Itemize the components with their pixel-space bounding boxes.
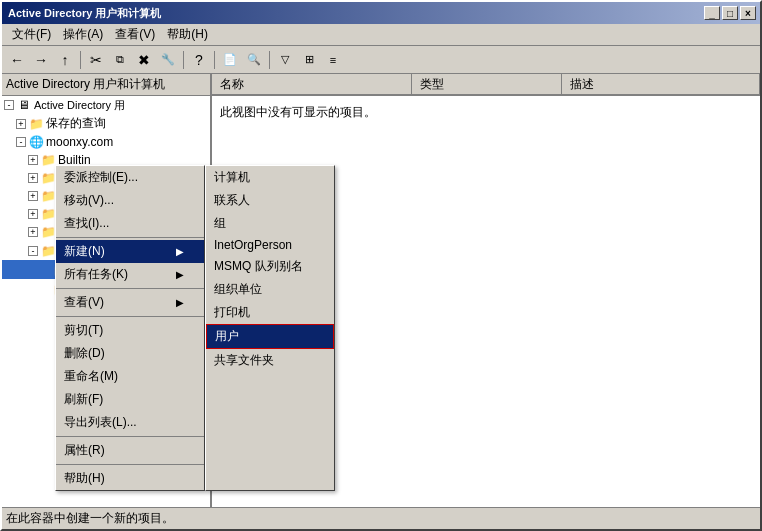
prop-button[interactable]: 🔧 [157, 49, 179, 71]
context-menu[interactable]: 委派控制(E)... 移动(V)... 查找(I)... 新建(N) ▶ 所有任… [55, 165, 205, 491]
new-button[interactable]: 📄 [219, 49, 241, 71]
ctx-delete[interactable]: 删除(D) [56, 342, 204, 365]
sub-msmq[interactable]: MSMQ 队列别名 [206, 255, 334, 278]
ctx-alltasks-arrow: ▶ [176, 269, 184, 280]
up-button[interactable]: ↑ [54, 49, 76, 71]
delete-button[interactable]: ✖ [133, 49, 155, 71]
ctx-view-label: 查看(V) [64, 294, 104, 311]
folder-icon-users: 📁 [40, 224, 56, 240]
back-button[interactable]: ← [6, 49, 28, 71]
find-button[interactable]: 🔍 [243, 49, 265, 71]
col-header-type[interactable]: 类型 [412, 74, 562, 94]
domain-icon: 🌐 [28, 134, 44, 150]
folder-icon-saved: 📁 [28, 116, 44, 132]
ctx-find[interactable]: 查找(I)... [56, 212, 204, 235]
status-text: 在此容器中创建一个新的项目。 [6, 510, 174, 527]
tree-label-domain: moonxy.com [46, 135, 113, 149]
ctx-sep-1 [56, 237, 204, 238]
folder-icon-foreign: 📁 [40, 206, 56, 222]
col-header-desc[interactable]: 描述 [562, 74, 760, 94]
expand-users[interactable]: + [28, 227, 38, 237]
ctx-alltasks[interactable]: 所有任务(K) ▶ [56, 263, 204, 286]
filter-button[interactable]: ▽ [274, 49, 296, 71]
tree-item-root[interactable]: - 🖥 Active Directory 用 [2, 96, 210, 114]
ctx-sep-5 [56, 464, 204, 465]
tree-item-domain[interactable]: - 🌐 moonxy.com [2, 133, 210, 151]
ctx-view-arrow: ▶ [176, 297, 184, 308]
sub-user[interactable]: 用户 [206, 324, 334, 349]
submenu[interactable]: 计算机 联系人 组 InetOrgPerson MSMQ 队列别名 组织单位 打… [205, 165, 335, 491]
sub-shared-folder[interactable]: 共享文件夹 [206, 349, 334, 372]
sub-ou[interactable]: 组织单位 [206, 278, 334, 301]
toolbar-sep-4 [269, 51, 270, 69]
ctx-new-arrow: ▶ [176, 246, 184, 257]
sub-group[interactable]: 组 [206, 212, 334, 235]
toolbar: ← → ↑ ✂ ⧉ ✖ 🔧 ? 📄 🔍 ▽ ⊞ ≡ [2, 46, 760, 74]
ctx-export[interactable]: 导出列表(L)... [56, 411, 204, 434]
expand-dc[interactable]: + [28, 191, 38, 201]
view2-button[interactable]: ≡ [322, 49, 344, 71]
menu-file[interactable]: 文件(F) [6, 24, 57, 45]
col-header-name[interactable]: 名称 [212, 74, 412, 94]
window-controls: _ □ × [704, 6, 756, 20]
ctx-alltasks-label: 所有任务(K) [64, 266, 128, 283]
folder-icon-computers: 📁 [40, 170, 56, 186]
minimize-button[interactable]: _ [704, 6, 720, 20]
window-title: Active Directory 用户和计算机 [6, 6, 161, 21]
forward-button[interactable]: → [30, 49, 52, 71]
toolbar-sep-2 [183, 51, 184, 69]
ctx-help[interactable]: 帮助(H) [56, 467, 204, 490]
help-button[interactable]: ? [188, 49, 210, 71]
sub-inetorgperson[interactable]: InetOrgPerson [206, 235, 334, 255]
sub-printer[interactable]: 打印机 [206, 301, 334, 324]
ctx-sep-2 [56, 288, 204, 289]
expand-rd[interactable]: - [28, 246, 38, 256]
ctx-sep-3 [56, 316, 204, 317]
copy-button[interactable]: ⧉ [109, 49, 131, 71]
ctx-view[interactable]: 查看(V) ▶ [56, 291, 204, 314]
tree-label-saved: 保存的查询 [46, 115, 106, 132]
menu-action[interactable]: 操作(A) [57, 24, 109, 45]
toolbar-sep-1 [80, 51, 81, 69]
status-bar: 在此容器中创建一个新的项目。 [2, 507, 760, 529]
sub-contact[interactable]: 联系人 [206, 189, 334, 212]
sub-computer[interactable]: 计算机 [206, 166, 334, 189]
tree-item-saved[interactable]: + 📁 保存的查询 [2, 114, 210, 133]
tree-header: Active Directory 用户和计算机 [2, 74, 210, 96]
ctx-new[interactable]: 新建(N) ▶ [56, 240, 204, 263]
ctx-rename[interactable]: 重命名(M) [56, 365, 204, 388]
menu-bar: 文件(F) 操作(A) 查看(V) 帮助(H) [2, 24, 760, 46]
ctx-properties[interactable]: 属性(R) [56, 439, 204, 462]
ctx-new-label: 新建(N) [64, 243, 105, 260]
folder-icon-dc: 📁 [40, 188, 56, 204]
empty-message: 此视图中没有可显示的项目。 [220, 105, 376, 119]
expand-foreign[interactable]: + [28, 209, 38, 219]
ctx-delegate[interactable]: 委派控制(E)... [56, 166, 204, 189]
ad-icon: 🖥 [16, 97, 32, 113]
expand-builtin[interactable]: + [28, 155, 38, 165]
ctx-cut[interactable]: 剪切(T) [56, 319, 204, 342]
menu-help[interactable]: 帮助(H) [161, 24, 214, 45]
expand-saved[interactable]: + [16, 119, 26, 129]
cut-button[interactable]: ✂ [85, 49, 107, 71]
ctx-move[interactable]: 移动(V)... [56, 189, 204, 212]
title-bar: Active Directory 用户和计算机 _ □ × [2, 2, 760, 24]
folder-icon-rd: 📁 [40, 243, 56, 259]
folder-icon-builtin: 📁 [40, 152, 56, 168]
ctx-refresh[interactable]: 刷新(F) [56, 388, 204, 411]
maximize-button[interactable]: □ [722, 6, 738, 20]
context-menu-wrapper: 委派控制(E)... 移动(V)... 查找(I)... 新建(N) ▶ 所有任… [55, 165, 335, 491]
expand-domain[interactable]: - [16, 137, 26, 147]
close-button[interactable]: × [740, 6, 756, 20]
column-header: 名称 类型 描述 [212, 74, 760, 96]
tree-label-root: Active Directory 用 [34, 98, 125, 113]
menu-view[interactable]: 查看(V) [109, 24, 161, 45]
toolbar-sep-3 [214, 51, 215, 69]
expand-root[interactable]: - [4, 100, 14, 110]
ctx-sep-4 [56, 436, 204, 437]
view1-button[interactable]: ⊞ [298, 49, 320, 71]
expand-computers[interactable]: + [28, 173, 38, 183]
